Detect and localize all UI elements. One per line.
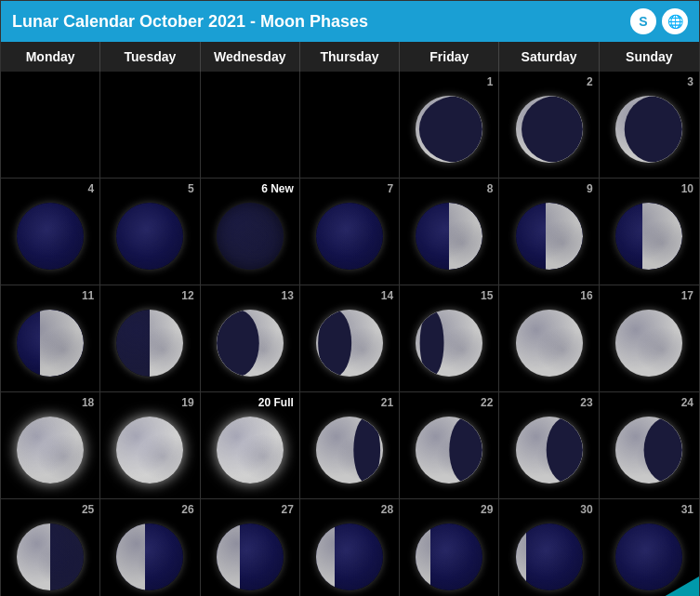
moon-container-1	[416, 88, 482, 178]
day-number-22: 22	[481, 392, 498, 409]
day-cell-2: 2	[499, 72, 599, 179]
day-number-12: 12	[181, 285, 199, 302]
day-cell-empty2	[100, 72, 200, 179]
moon-container-30	[516, 516, 583, 596]
day-number-15: 15	[481, 285, 498, 302]
moon-container-13	[217, 302, 284, 391]
day-header-thursday: Thursday	[300, 42, 400, 72]
moon-container-24	[615, 409, 682, 498]
moon-8	[416, 203, 482, 270]
moon-18	[17, 417, 84, 483]
day-cell-16: 16	[499, 285, 599, 392]
day-cell-22: 22	[400, 392, 499, 499]
day-number-30: 30	[580, 499, 598, 516]
day-number-27: 27	[281, 499, 298, 516]
day-cell-19: 19	[100, 392, 200, 499]
moon-container-23	[516, 409, 583, 498]
moon-container-7	[316, 195, 383, 285]
day-number-23: 23	[580, 392, 598, 409]
day-cell-10: 10	[600, 179, 699, 285]
moon-container-15	[416, 302, 482, 391]
day-number-7: 7	[387, 179, 399, 195]
day-cell-25: 25	[1, 499, 100, 596]
day-cell-11: 11	[1, 285, 100, 392]
moon-container-22	[416, 409, 482, 498]
day-number-11: 11	[82, 285, 99, 302]
moon-13	[217, 310, 284, 377]
moon-21	[316, 417, 383, 483]
moon-container-9	[516, 195, 583, 285]
moon-container-12	[116, 302, 183, 391]
moon-container-10	[615, 195, 682, 285]
moon-14	[316, 310, 383, 377]
day-number-25: 25	[82, 499, 99, 516]
day-number-20: 20 Full	[258, 392, 299, 409]
moon-container-20	[217, 409, 284, 498]
day-cell-21: 21	[300, 392, 400, 499]
moon-15	[416, 310, 482, 377]
day-number-8: 8	[487, 179, 499, 195]
calendar-title: Lunar Calendar October 2021 - Moon Phase…	[12, 12, 368, 32]
moon-4	[17, 203, 84, 270]
moon-24	[615, 417, 682, 483]
day-number-28: 28	[381, 499, 399, 516]
day-cell-27: 27	[201, 499, 300, 596]
moon-7	[316, 203, 383, 270]
moon-container-16	[516, 302, 583, 391]
day-number-17: 17	[681, 285, 699, 302]
calendar-header: Lunar Calendar October 2021 - Moon Phase…	[1, 1, 699, 42]
day-cell-empty1	[1, 72, 100, 179]
moon-28	[316, 523, 383, 590]
day-number-16: 16	[580, 285, 598, 302]
moon-23	[516, 417, 583, 483]
day-number-6: 6 New	[261, 179, 299, 195]
day-cell-29: 29	[400, 499, 499, 596]
calendar-grid: 1 2 3 4 5	[1, 72, 699, 596]
day-cell-31: 31	[600, 499, 699, 596]
moon-19	[116, 417, 183, 483]
moon-16	[516, 310, 583, 377]
day-number-9: 9	[587, 179, 599, 195]
moon-container-21	[316, 409, 383, 498]
moon-17	[615, 310, 682, 377]
day-header-tuesday: Tuesday	[100, 42, 200, 72]
day-header-saturday: Saturday	[499, 42, 599, 72]
day-cell-13: 13	[201, 285, 300, 392]
day-number-24: 24	[681, 392, 699, 409]
moon-container-18	[17, 409, 84, 498]
moon-10	[615, 203, 682, 270]
moon-container-5	[116, 195, 183, 285]
moon-container-14	[316, 302, 383, 391]
day-cell-8: 8	[400, 179, 499, 285]
moon-container-2	[516, 88, 583, 178]
day-number-3: 3	[687, 72, 699, 88]
day-cell-23: 23	[499, 392, 599, 499]
moon-container-3	[615, 88, 682, 178]
s-icon: S	[630, 8, 656, 34]
day-cell-26: 26	[100, 499, 200, 596]
day-cell-empty3	[201, 72, 300, 179]
day-cell-7: 7	[300, 179, 400, 285]
globe-icon: 🌐	[662, 8, 688, 34]
moon-27	[217, 523, 284, 590]
moon-2	[516, 96, 583, 163]
day-number-26: 26	[181, 499, 199, 516]
day-number-14: 14	[381, 285, 399, 302]
day-cell-3: 3	[600, 72, 699, 179]
day-cell-9: 9	[499, 179, 599, 285]
day-cell-17: 17	[600, 285, 699, 392]
day-cell-14: 14	[300, 285, 400, 392]
day-header-sunday: Sunday	[600, 42, 699, 72]
day-number-19: 19	[181, 392, 199, 409]
moon-29	[416, 523, 482, 590]
day-cell-1: 1	[400, 72, 499, 179]
day-number-31: 31	[681, 499, 699, 516]
moon-26	[116, 523, 183, 590]
header-icons: S 🌐	[630, 8, 688, 34]
day-cell-15: 15	[400, 285, 499, 392]
moon-container-28	[316, 516, 383, 596]
day-cell-4: 4	[1, 179, 100, 285]
moon-container-27	[217, 516, 284, 596]
day-cell-12: 12	[100, 285, 200, 392]
day-cell-5: 5	[100, 179, 200, 285]
